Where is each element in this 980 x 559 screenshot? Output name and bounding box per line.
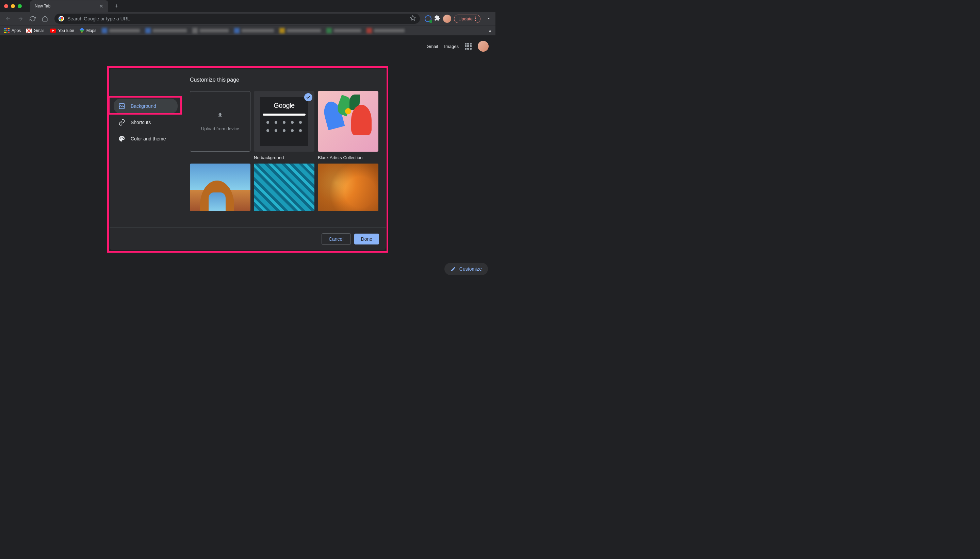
google-logo: Google xyxy=(274,102,295,109)
collection-textures[interactable] xyxy=(318,164,378,211)
close-window-button[interactable] xyxy=(4,4,8,8)
dialog-main: Customize this page Upload from device xyxy=(182,69,386,227)
customize-label: Customize xyxy=(459,266,482,272)
svg-point-2 xyxy=(475,18,476,19)
extensions-icon[interactable] xyxy=(434,15,440,22)
bookmark-item[interactable] xyxy=(279,28,321,33)
profile-avatar[interactable] xyxy=(478,41,489,52)
shortcuts-preview xyxy=(267,121,302,132)
bookmark-gmail[interactable]: Gmail xyxy=(26,28,44,33)
bookmark-label: Gmail xyxy=(34,28,44,33)
google-icon xyxy=(58,16,64,22)
cancel-button[interactable]: Cancel xyxy=(322,233,351,245)
back-button[interactable] xyxy=(3,14,13,23)
chevron-down-icon[interactable] xyxy=(485,15,492,22)
bookmark-item[interactable] xyxy=(102,28,140,33)
bookmark-youtube[interactable]: YouTube xyxy=(50,28,74,33)
browser-tab[interactable]: New Tab ✕ xyxy=(30,0,108,12)
window-controls xyxy=(4,4,22,8)
image-icon xyxy=(118,103,125,109)
bookmark-apps[interactable]: Apps xyxy=(4,28,21,33)
update-label: Update xyxy=(458,17,473,22)
link-icon xyxy=(118,119,125,126)
tab-title: New Tab xyxy=(35,4,50,8)
tile-label: Black Artists Collection xyxy=(318,155,378,160)
bookmark-item[interactable] xyxy=(145,28,187,33)
svg-point-1 xyxy=(475,17,476,18)
collection-landscapes[interactable] xyxy=(190,164,250,211)
maps-icon xyxy=(80,28,85,33)
search-bar-preview xyxy=(263,114,305,116)
profile-avatar-small[interactable] xyxy=(443,15,451,23)
search-input[interactable] xyxy=(67,16,406,22)
bookmark-item[interactable] xyxy=(234,28,274,33)
palette-icon xyxy=(118,135,125,142)
svg-marker-0 xyxy=(410,16,416,20)
sidebar-item-shortcuts[interactable]: Shortcuts xyxy=(114,115,177,130)
close-tab-icon[interactable]: ✕ xyxy=(99,3,103,9)
page-header-links: Gmail Images xyxy=(426,41,489,52)
bookmark-maps[interactable]: Maps xyxy=(80,28,96,33)
tile-autumn xyxy=(318,164,378,211)
sidebar-label: Shortcuts xyxy=(131,120,151,125)
window-titlebar: New Tab ✕ + xyxy=(0,0,496,12)
art-shape xyxy=(345,108,351,114)
upload-icon xyxy=(217,112,223,118)
images-link[interactable]: Images xyxy=(444,44,459,49)
dialog-sidebar: Background Shortcuts Color and theme xyxy=(109,69,182,227)
collection-black-artists[interactable] xyxy=(318,91,378,152)
youtube-icon xyxy=(50,28,56,33)
no-background-option[interactable]: Google xyxy=(254,91,314,152)
google-apps-icon[interactable] xyxy=(465,43,472,50)
done-button[interactable]: Done xyxy=(354,233,379,245)
gmail-link[interactable]: Gmail xyxy=(426,44,438,49)
bookmark-label: Maps xyxy=(86,28,96,33)
address-bar[interactable] xyxy=(55,13,420,24)
art-shape xyxy=(350,94,360,110)
maximize-window-button[interactable] xyxy=(18,4,22,8)
collection-geometric[interactable] xyxy=(254,164,314,211)
sidebar-label: Background xyxy=(131,103,156,109)
more-vert-icon xyxy=(475,17,476,21)
bookmark-star-icon[interactable] xyxy=(410,15,416,22)
sidebar-label: Color and theme xyxy=(131,136,166,141)
tile-landscape xyxy=(190,164,250,211)
svg-point-3 xyxy=(475,20,476,21)
new-tab-button[interactable]: + xyxy=(112,2,121,11)
no-background-preview: Google xyxy=(260,97,308,146)
extension-badge-icon[interactable] xyxy=(425,15,431,22)
update-button[interactable]: Update xyxy=(454,15,481,23)
tile-geometric xyxy=(254,164,314,211)
tile-upload: Upload from device xyxy=(190,91,250,160)
bookmarks-overflow-icon[interactable]: » xyxy=(489,28,491,33)
gmail-icon xyxy=(26,28,32,33)
sidebar-item-color[interactable]: Color and theme xyxy=(114,131,177,146)
reload-button[interactable] xyxy=(28,14,37,23)
bookmark-item[interactable] xyxy=(326,28,361,33)
bookmark-label: Apps xyxy=(12,28,21,33)
bookmark-label: YouTube xyxy=(58,28,74,33)
browser-toolbar: Update xyxy=(0,12,496,25)
forward-button[interactable] xyxy=(16,14,25,23)
dialog-title: Customize this page xyxy=(190,77,378,83)
apps-icon xyxy=(4,28,10,33)
tile-black-artists: Black Artists Collection xyxy=(318,91,378,160)
home-button[interactable] xyxy=(40,14,50,23)
pencil-icon xyxy=(451,266,456,272)
upload-label: Upload from device xyxy=(201,126,239,131)
sidebar-item-background[interactable]: Background xyxy=(114,99,177,114)
upload-button[interactable]: Upload from device xyxy=(190,91,250,152)
selected-check-icon xyxy=(304,93,312,101)
dialog-footer: Cancel Done xyxy=(109,227,386,250)
minimize-window-button[interactable] xyxy=(11,4,15,8)
bookmark-item[interactable] xyxy=(366,28,405,33)
customize-fab[interactable]: Customize xyxy=(444,263,488,275)
bookmarks-bar: Apps Gmail YouTube Maps » xyxy=(0,25,496,35)
bookmark-item[interactable] xyxy=(192,28,229,33)
tile-label: No background xyxy=(254,155,314,160)
customize-dialog: Background Shortcuts Color and theme Cus… xyxy=(109,69,386,250)
tile-no-background: Google No background xyxy=(254,91,314,160)
